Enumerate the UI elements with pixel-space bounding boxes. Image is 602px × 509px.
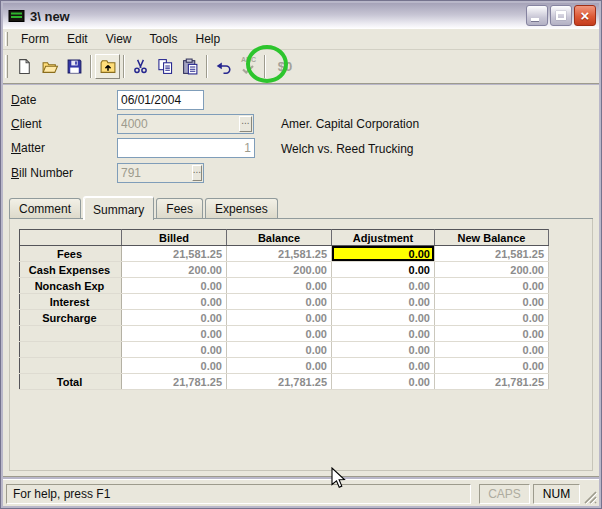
cell-new-balance[interactable]: 21,581.25 [435,246,549,262]
cell-adjustment-total: 0.00 [332,374,435,390]
column-header-new-balance: New Balance [435,230,549,246]
new-document-icon [16,58,33,75]
date-label: Date [11,93,36,107]
toolbar-separator [90,55,92,78]
resize-grip[interactable] [582,489,597,504]
cell-adjustment-selected[interactable]: 0.00 [332,246,435,262]
cell-new-balance[interactable]: 200.00 [435,262,549,278]
cell-billed[interactable]: 0.00 [122,294,227,310]
minimize-button[interactable] [526,5,548,26]
cell-billed[interactable]: 200.00 [122,262,227,278]
cell-new-balance[interactable]: 0.00 [435,294,549,310]
caps-indicator: CAPS [479,484,530,504]
cell-balance[interactable]: 0.00 [227,278,332,294]
row-label: Interest [20,294,122,310]
cut-button[interactable] [128,54,153,79]
status-bar: For help, press F1 CAPS NUM [3,479,599,506]
spellcheck-abc-icon: ABC [241,57,256,75]
maximize-icon [556,11,566,20]
cell-new-balance[interactable]: 0.00 [435,310,549,326]
minimize-icon [531,18,539,21]
toolbar-grip [5,55,8,78]
cell-billed[interactable]: 0.00 [122,326,227,342]
bill-number-input[interactable] [118,164,191,182]
table-row: Interest 0.00 0.00 0.00 0.00 [20,294,549,310]
toolbar: ABC $0 [3,50,599,84]
menu-tools[interactable]: Tools [140,30,186,48]
cell-billed[interactable]: 21,581.25 [122,246,227,262]
client-name-text: Amer. Capital Corporation [281,117,419,131]
spellcheck-button[interactable]: ABC [236,54,261,79]
cell-new-balance[interactable]: 0.00 [435,358,549,374]
new-button[interactable] [12,54,37,79]
dollar-zero-icon: $0 [278,59,292,74]
cell-new-balance[interactable]: 0.00 [435,326,549,342]
table-row: 0.00 0.00 0.00 0.00 [20,358,549,374]
bill-number-browse-button[interactable]: ... [192,165,202,181]
cell-adjustment[interactable]: 0.00 [332,310,435,326]
cell-adjustment[interactable]: 0.00 [332,358,435,374]
table-row: Cash Expenses 200.00 200.00 0.00 200.00 [20,262,549,278]
cell-balance[interactable]: 0.00 [227,294,332,310]
form-area: Date Client ... Amer. Capital Corporatio… [3,85,599,477]
close-icon: × [581,8,590,23]
paste-button[interactable] [178,54,203,79]
cell-new-balance[interactable]: 0.00 [435,342,549,358]
menu-edit[interactable]: Edit [58,30,97,48]
cell-billed-total: 21,781.25 [122,374,227,390]
save-button[interactable] [62,54,87,79]
cell-adjustment[interactable]: 0.00 [332,278,435,294]
undo-arrow-icon [215,58,232,75]
date-input[interactable] [117,90,204,110]
copy-icon [157,58,174,75]
column-header-blank [20,230,122,246]
save-icon [66,58,83,75]
table-total-row: Total 21,781.25 21,781.25 0.00 21,781.25 [20,374,549,390]
maximize-button[interactable] [550,5,572,26]
row-label [20,358,122,374]
adjust-to-zero-button[interactable]: $0 [269,54,301,79]
cell-balance[interactable]: 0.00 [227,358,332,374]
table-header-row: Billed Balance Adjustment New Balance [20,230,549,246]
cell-adjustment[interactable]: 0.00 [332,294,435,310]
cell-balance[interactable]: 200.00 [227,262,332,278]
cell-billed[interactable]: 0.00 [122,278,227,294]
table-row: 0.00 0.00 0.00 0.00 [20,342,549,358]
close-button[interactable]: × [574,5,596,26]
cell-adjustment[interactable]: 0.00 [332,342,435,358]
cell-balance[interactable]: 0.00 [227,326,332,342]
tab-comment[interactable]: Comment [9,198,81,218]
client-browse-button[interactable]: ... [239,116,252,132]
cell-new-balance[interactable]: 0.00 [435,278,549,294]
matter-input[interactable] [117,138,255,158]
open-button[interactable] [37,54,62,79]
cell-balance[interactable]: 0.00 [227,310,332,326]
title-bar[interactable]: 3\ new × [3,3,599,29]
column-header-billed: Billed [122,230,227,246]
menu-form[interactable]: Form [12,30,58,48]
cell-balance[interactable]: 0.00 [227,342,332,358]
cell-billed[interactable]: 0.00 [122,310,227,326]
table-row: Surcharge 0.00 0.00 0.00 0.00 [20,310,549,326]
client-input[interactable] [118,115,238,133]
tab-fees[interactable]: Fees [156,198,203,218]
cell-billed[interactable]: 0.00 [122,358,227,374]
cell-new-balance-total: 21,781.25 [435,374,549,390]
client-label: Client [11,117,42,131]
menu-help[interactable]: Help [187,30,230,48]
row-label: Fees [20,246,122,262]
cell-adjustment[interactable]: 0.00 [332,262,435,278]
tab-summary[interactable]: Summary [83,196,154,220]
copy-button[interactable] [153,54,178,79]
cell-adjustment[interactable]: 0.00 [332,326,435,342]
paste-clipboard-icon [182,58,199,75]
cell-billed[interactable]: 0.00 [122,342,227,358]
undo-button[interactable] [211,54,236,79]
cell-balance[interactable]: 21,581.25 [227,246,332,262]
tab-expenses[interactable]: Expenses [205,198,278,218]
matter-label: Matter [11,141,45,155]
status-message: For help, press F1 [6,484,471,504]
menu-view[interactable]: View [97,30,141,48]
bill-number-label: Bill Number [11,166,73,180]
up-one-level-button[interactable] [95,54,120,79]
